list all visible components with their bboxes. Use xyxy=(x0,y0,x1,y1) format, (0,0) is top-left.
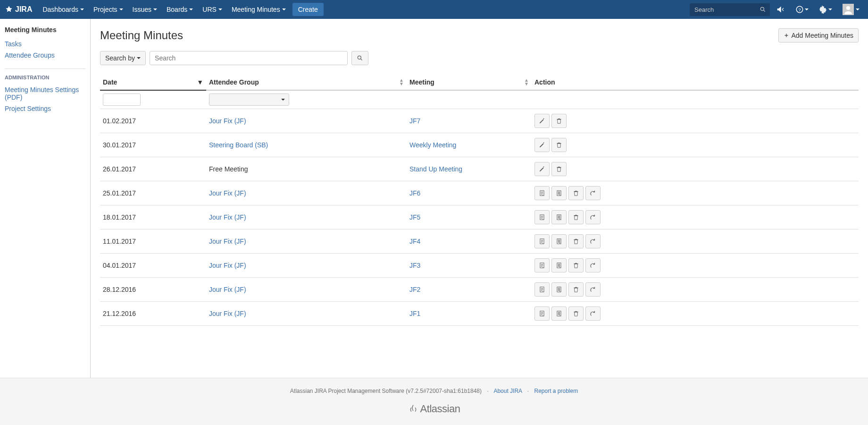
attendee-group-link[interactable]: Jour Fix (JF) xyxy=(209,262,246,269)
redo-button[interactable] xyxy=(585,282,601,297)
cell-actions xyxy=(532,205,859,230)
attendee-group-link[interactable]: Steering Board (SB) xyxy=(209,141,268,149)
col-attendee-group[interactable]: Attendee Group▲▼ xyxy=(206,75,407,90)
delete-button[interactable] xyxy=(568,234,584,248)
meeting-link[interactable]: Stand Up Meeting xyxy=(409,165,462,173)
sidebar-item-mm-settings[interactable]: Meeting Minutes Settings (PDF) xyxy=(5,84,85,103)
footer: Atlassian JIRA Project Management Softwa… xyxy=(0,378,868,425)
nav-dashboards[interactable]: Dashboards xyxy=(38,0,89,19)
delete-button[interactable] xyxy=(568,258,584,272)
settings-icon[interactable] xyxy=(815,5,836,14)
cell-attendee-group: Free Meeting xyxy=(206,157,407,181)
sidebar-admin-header: ADMINISTRATION xyxy=(5,68,85,80)
meeting-link[interactable]: JF2 xyxy=(409,286,420,293)
search-by-dropdown[interactable]: Search by xyxy=(100,51,146,65)
cell-meeting: JF4 xyxy=(407,230,532,254)
delete-button[interactable] xyxy=(568,306,584,321)
export-pdf-button[interactable] xyxy=(534,282,550,297)
table-row: 21.12.2016Jour Fix (JF)JF1 xyxy=(100,302,859,326)
delete-button[interactable] xyxy=(551,138,567,152)
table-row: 25.01.2017Jour Fix (JF)JF6 xyxy=(100,181,859,205)
export-doc-button[interactable] xyxy=(551,258,567,272)
footer-version: Atlassian JIRA Project Management Softwa… xyxy=(290,388,482,394)
chevron-down-icon xyxy=(218,8,222,10)
col-meeting[interactable]: Meeting▲▼ xyxy=(407,75,532,90)
chevron-down-icon xyxy=(856,8,860,10)
sidebar-item-project-settings[interactable]: Project Settings xyxy=(5,103,85,114)
top-nav: JIRA Dashboards Projects Issues Boards U… xyxy=(0,0,868,19)
cell-meeting: JF1 xyxy=(407,302,532,326)
cell-actions xyxy=(532,230,859,254)
export-pdf-button[interactable] xyxy=(534,306,550,321)
edit-button[interactable] xyxy=(534,138,550,152)
meeting-link[interactable]: JF1 xyxy=(409,310,420,317)
redo-button[interactable] xyxy=(585,234,601,248)
redo-button[interactable] xyxy=(585,306,601,321)
sidebar-item-tasks[interactable]: Tasks xyxy=(5,38,85,50)
footer-about-link[interactable]: About JIRA xyxy=(493,388,522,394)
delete-button[interactable] xyxy=(568,186,584,200)
cell-date: 21.12.2016 xyxy=(100,302,206,326)
attendee-group-link[interactable]: Jour Fix (JF) xyxy=(209,213,246,221)
meeting-link[interactable]: JF3 xyxy=(409,262,420,269)
cell-meeting: Stand Up Meeting xyxy=(407,157,532,181)
footer-report-link[interactable]: Report a problem xyxy=(534,388,578,394)
nav-right: ? xyxy=(690,3,863,16)
export-doc-button[interactable] xyxy=(551,306,567,321)
export-pdf-button[interactable] xyxy=(534,186,550,200)
redo-button[interactable] xyxy=(585,186,601,200)
nav-meeting-minutes[interactable]: Meeting Minutes xyxy=(227,0,291,19)
nav-issues[interactable]: Issues xyxy=(128,0,162,19)
attendee-group-link[interactable]: Jour Fix (JF) xyxy=(209,238,246,245)
meeting-link[interactable]: Weekly Meeting xyxy=(409,141,456,149)
delete-button[interactable] xyxy=(568,210,584,224)
nav-urs[interactable]: URS xyxy=(198,0,227,19)
attendee-group-link[interactable]: Jour Fix (JF) xyxy=(209,286,246,293)
edit-button[interactable] xyxy=(534,114,550,128)
svg-point-6 xyxy=(358,56,361,59)
export-doc-button[interactable] xyxy=(551,186,567,200)
redo-button[interactable] xyxy=(585,258,601,272)
cell-attendee-group: Jour Fix (JF) xyxy=(206,109,407,133)
delete-button[interactable] xyxy=(568,282,584,297)
attendee-group-link[interactable]: Jour Fix (JF) xyxy=(209,117,246,125)
add-meeting-minutes-button[interactable]: Add Meeting Minutes xyxy=(778,28,859,42)
nav-boards[interactable]: Boards xyxy=(162,0,198,19)
meeting-link[interactable]: JF4 xyxy=(409,238,420,245)
cell-date: 28.12.2016 xyxy=(100,278,206,302)
col-date[interactable]: Date▼ xyxy=(100,75,206,90)
export-pdf-button[interactable] xyxy=(534,258,550,272)
jira-logo[interactable]: JIRA xyxy=(5,5,32,14)
attendee-group-link[interactable]: Jour Fix (JF) xyxy=(209,310,246,317)
export-doc-button[interactable] xyxy=(551,210,567,224)
edit-button[interactable] xyxy=(534,162,550,176)
chevron-down-icon xyxy=(282,8,286,10)
global-search-input[interactable] xyxy=(690,3,770,16)
delete-button[interactable] xyxy=(551,114,567,128)
user-menu[interactable] xyxy=(839,4,863,15)
help-icon[interactable]: ? xyxy=(792,5,812,14)
table-search-input[interactable] xyxy=(150,51,348,65)
chevron-down-icon xyxy=(137,57,141,59)
meeting-link[interactable]: JF5 xyxy=(409,213,420,221)
cell-meeting: JF7 xyxy=(407,109,532,133)
cell-meeting: JF5 xyxy=(407,205,532,230)
export-pdf-button[interactable] xyxy=(534,234,550,248)
export-doc-button[interactable] xyxy=(551,234,567,248)
export-doc-button[interactable] xyxy=(551,282,567,297)
attendee-group-link[interactable]: Jour Fix (JF) xyxy=(209,189,246,197)
atlassian-logo[interactable]: Atlassian xyxy=(408,403,460,415)
delete-button[interactable] xyxy=(551,162,567,176)
meeting-link[interactable]: JF7 xyxy=(409,117,420,125)
nav-projects[interactable]: Projects xyxy=(89,0,128,19)
create-button[interactable]: Create xyxy=(292,3,324,16)
attendee-group-filter-dropdown[interactable] xyxy=(209,94,289,106)
search-button[interactable] xyxy=(351,51,368,65)
meeting-link[interactable]: JF6 xyxy=(409,189,420,197)
sidebar-item-attendee-groups[interactable]: Attendee Groups xyxy=(5,50,85,61)
date-filter-input[interactable] xyxy=(103,94,141,106)
redo-button[interactable] xyxy=(585,210,601,224)
feedback-icon[interactable] xyxy=(773,5,789,14)
export-pdf-button[interactable] xyxy=(534,210,550,224)
svg-rect-17 xyxy=(557,287,561,292)
